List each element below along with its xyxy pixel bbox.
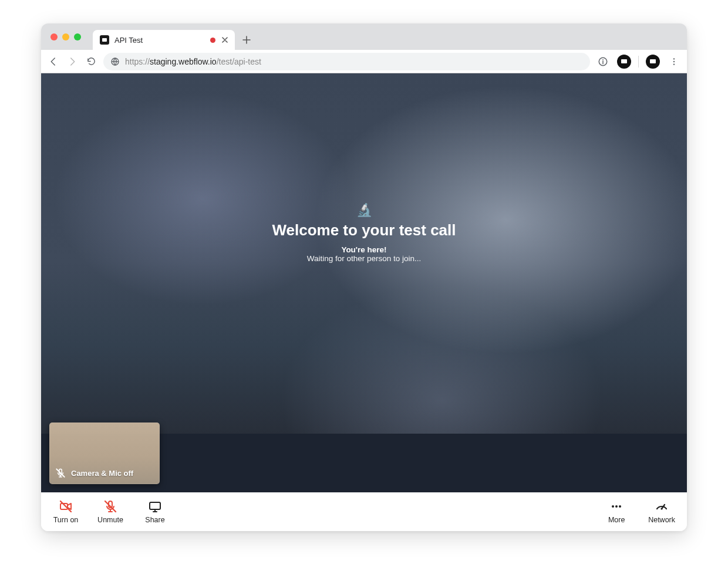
address-bar[interactable]: https://staging.webflow.io/test/api-test xyxy=(103,53,590,70)
browser-window: API Test https://staging.webflow.io/te xyxy=(41,23,687,531)
url-scheme: https:// xyxy=(125,57,150,66)
mic-toggle-button[interactable]: Unmute xyxy=(97,499,123,524)
new-tab-button[interactable] xyxy=(238,32,255,48)
self-view-status: Camera & Mic off xyxy=(55,468,133,478)
toolbar-separator xyxy=(638,56,639,67)
screenshare-icon xyxy=(148,499,162,513)
page-content: 🔬 Welcome to your test call You're here!… xyxy=(41,73,687,531)
page-info-icon[interactable] xyxy=(596,55,610,69)
svg-rect-7 xyxy=(150,502,160,509)
url-text: https://staging.webflow.io/test/api-test xyxy=(125,57,261,66)
tab-close-button[interactable] xyxy=(221,36,229,44)
svg-point-4 xyxy=(673,60,675,62)
window-traffic-lights[interactable] xyxy=(47,23,85,50)
svg-point-8 xyxy=(612,505,614,508)
profile-avatar-icon[interactable] xyxy=(646,55,660,69)
site-info-icon[interactable] xyxy=(110,57,120,66)
window-minimize-icon[interactable] xyxy=(62,33,69,40)
url-host: staging.webflow.io xyxy=(150,57,217,66)
remote-video-placeholder: 🔬 Welcome to your test call You're here!… xyxy=(41,73,687,492)
screenshare-label: Share xyxy=(145,516,164,524)
welcome-status-self: You're here! xyxy=(272,245,456,254)
camera-extension-icon[interactable] xyxy=(617,55,631,69)
more-menu-button[interactable]: More xyxy=(604,499,629,524)
recording-indicator-icon xyxy=(210,38,215,43)
camera-toggle-button[interactable]: Turn on xyxy=(53,499,79,524)
svg-point-2 xyxy=(602,59,604,60)
browser-menu-button[interactable] xyxy=(667,55,681,69)
camera-toggle-label: Turn on xyxy=(53,516,79,524)
network-status-label: Network xyxy=(648,516,675,524)
svg-point-5 xyxy=(673,63,675,65)
svg-point-10 xyxy=(619,505,621,508)
screenshare-button[interactable]: Share xyxy=(142,499,168,524)
svg-point-3 xyxy=(673,58,675,59)
tab-strip: API Test xyxy=(41,23,687,50)
welcome-heading: Welcome to your test call xyxy=(272,221,456,239)
browser-tab[interactable]: API Test xyxy=(93,30,235,50)
call-control-bar: Turn on Unmute xyxy=(41,492,687,531)
network-icon xyxy=(655,499,669,513)
back-button[interactable] xyxy=(47,55,60,68)
tab-title: API Test xyxy=(114,36,143,45)
mic-muted-icon xyxy=(103,499,117,513)
mic-off-icon xyxy=(55,468,66,478)
more-icon xyxy=(609,499,623,513)
reload-button[interactable] xyxy=(85,55,97,68)
window-maximize-icon[interactable] xyxy=(74,33,81,40)
forward-button[interactable] xyxy=(66,55,79,68)
svg-point-9 xyxy=(615,505,618,508)
more-menu-label: More xyxy=(608,516,625,524)
toolbar-right-icons xyxy=(596,55,681,69)
network-status-button[interactable]: Network xyxy=(648,499,675,524)
url-path: /test/api-test xyxy=(217,57,261,66)
welcome-status-waiting: Waiting for other person to join... xyxy=(272,254,456,263)
mic-toggle-label: Unmute xyxy=(97,516,123,524)
tab-favicon-icon xyxy=(100,35,109,45)
self-view-tile[interactable]: Camera & Mic off xyxy=(49,423,160,484)
self-view-status-text: Camera & Mic off xyxy=(71,469,133,478)
welcome-panel: 🔬 Welcome to your test call You're here!… xyxy=(272,202,456,263)
browser-toolbar: https://staging.webflow.io/test/api-test xyxy=(41,50,687,73)
camera-off-icon xyxy=(59,499,73,513)
microscope-icon: 🔬 xyxy=(272,202,456,218)
window-close-icon[interactable] xyxy=(50,33,58,40)
